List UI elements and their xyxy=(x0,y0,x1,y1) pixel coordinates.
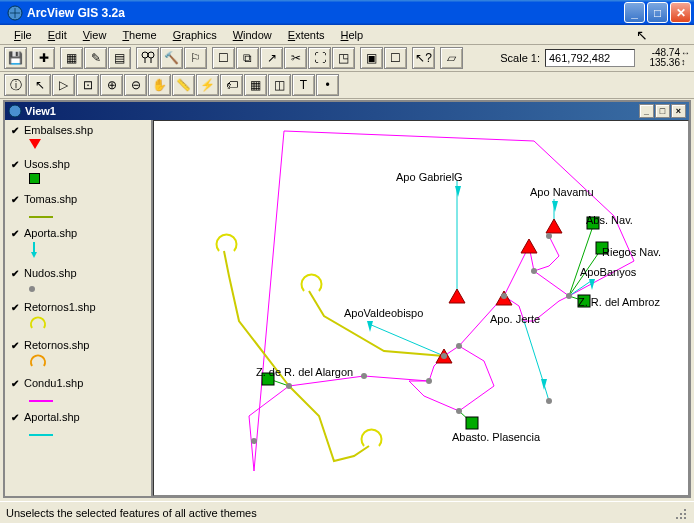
locate-button[interactable]: ⚐ xyxy=(184,47,207,69)
zoom-in-tool[interactable]: ⊡ xyxy=(76,74,99,96)
svg-point-37 xyxy=(546,233,552,239)
layer-item[interactable]: ✔ Aporta.shp xyxy=(7,226,149,264)
svg-marker-41 xyxy=(367,321,373,332)
layer-item[interactable]: ✔ Retornos1.shp xyxy=(7,300,149,336)
layer-checkmark-icon[interactable]: ✔ xyxy=(9,377,21,389)
minimize-button[interactable]: _ xyxy=(624,2,645,23)
save-button[interactable]: 💾 xyxy=(4,47,27,69)
maximize-button[interactable]: □ xyxy=(647,2,668,23)
layer-checkmark-icon[interactable]: ✔ xyxy=(9,411,21,423)
menu-file[interactable]: File xyxy=(6,27,40,43)
snap-tool[interactable]: ◫ xyxy=(268,74,291,96)
close-button[interactable]: ✕ xyxy=(670,2,691,23)
view-titlebar[interactable]: View1 _ □ × xyxy=(5,102,689,120)
statusbar-text: Unselects the selected features of all a… xyxy=(6,507,672,519)
vertex-edit-tool[interactable]: ▷ xyxy=(52,74,75,96)
svg-point-30 xyxy=(456,343,462,349)
draw-point-tool[interactable]: • xyxy=(316,74,339,96)
promote-button[interactable]: ↗ xyxy=(260,47,283,69)
clear-selection-button[interactable]: ☐ xyxy=(212,47,235,69)
menu-graphics[interactable]: Graphics xyxy=(165,27,225,43)
pan-tool[interactable]: ✋ xyxy=(148,74,171,96)
measure-tool[interactable]: 📏 xyxy=(172,74,195,96)
menu-window[interactable]: Window xyxy=(225,27,280,43)
menu-extents[interactable]: Extents xyxy=(280,27,333,43)
svg-point-1 xyxy=(142,52,148,58)
switch-selection-button[interactable]: ⧉ xyxy=(236,47,259,69)
svg-rect-48 xyxy=(680,517,682,519)
menu-help[interactable]: Help xyxy=(333,27,372,43)
join-button[interactable]: ✂ xyxy=(284,47,307,69)
window-title: ArcView GIS 3.2a xyxy=(27,6,622,20)
open-table-button[interactable]: ▤ xyxy=(108,47,131,69)
svg-rect-18 xyxy=(466,417,478,429)
query-button[interactable]: 🔨 xyxy=(160,47,183,69)
theme-props-button[interactable]: ▦ xyxy=(60,47,83,69)
layer-item[interactable]: ✔ Embalses.shp xyxy=(7,123,149,155)
view-minimize-button[interactable]: _ xyxy=(639,104,654,118)
layer-checkmark-icon[interactable]: ✔ xyxy=(9,339,21,351)
map-feature-label: Apo Navamu xyxy=(530,186,594,198)
scale-label: Scale 1: xyxy=(500,52,540,64)
layer-item[interactable]: ✔ Condu1.shp xyxy=(7,376,149,408)
svg-line-10 xyxy=(369,324,444,356)
view-title: View1 xyxy=(25,105,638,117)
layer-checkmark-icon[interactable]: ✔ xyxy=(9,227,21,239)
menu-theme[interactable]: Theme xyxy=(114,27,164,43)
table-of-contents[interactable]: ✔ Embalses.shp ✔ Usos.shp ✔ Tomas.shp ✔ … xyxy=(5,120,153,496)
zoom-active-button[interactable]: ◳ xyxy=(332,47,355,69)
layer-item[interactable]: ✔ Usos.shp xyxy=(7,157,149,190)
text-tool[interactable]: T xyxy=(292,74,315,96)
scale-input[interactable] xyxy=(545,49,635,67)
svg-rect-47 xyxy=(676,517,678,519)
layer-item[interactable]: ✔ Tomas.shp xyxy=(7,192,149,224)
label-tool[interactable]: 🏷 xyxy=(220,74,243,96)
menu-edit[interactable]: Edit xyxy=(40,27,75,43)
layer-checkmark-icon[interactable]: ✔ xyxy=(9,301,21,313)
zoom-in-button[interactable]: ⊕ xyxy=(100,74,123,96)
layer-checkmark-icon[interactable]: ✔ xyxy=(9,124,21,136)
svg-point-27 xyxy=(286,383,292,389)
view-close-button[interactable]: × xyxy=(671,104,686,118)
svg-point-38 xyxy=(441,353,447,359)
svg-marker-43 xyxy=(541,379,547,390)
toolbar-tools: ⓘ ↖ ▷ ⊡ ⊕ ⊖ ✋ 📏 ⚡ 🏷 ▦ ◫ T • xyxy=(0,72,694,99)
edit-legend-button[interactable]: ✎ xyxy=(84,47,107,69)
add-theme-button[interactable]: ✚ xyxy=(32,47,55,69)
map-canvas[interactable]: Apo GabrielGApo NavamuAbs. Nav.Riegos Na… xyxy=(153,120,689,496)
select-features-button[interactable]: ▣ xyxy=(360,47,383,69)
zoom-full-button[interactable]: ⛶ xyxy=(308,47,331,69)
layer-checkmark-icon[interactable]: ✔ xyxy=(9,193,21,205)
svg-marker-39 xyxy=(455,186,461,197)
hotlink-tool[interactable]: ⚡ xyxy=(196,74,219,96)
zoom-out-button[interactable]: ⊖ xyxy=(124,74,147,96)
layer-symbol xyxy=(7,352,149,374)
layer-item[interactable]: ✔ Nudos.shp xyxy=(7,266,149,298)
layer-item[interactable]: ✔ Aportal.shp xyxy=(7,410,149,442)
svg-point-33 xyxy=(566,293,572,299)
pointer-tool[interactable]: ↖ xyxy=(28,74,51,96)
help-pointer-button[interactable]: ↖? xyxy=(412,47,435,69)
layer-name: Embalses.shp xyxy=(24,124,93,136)
unselect-button[interactable]: ☐ xyxy=(384,47,407,69)
identify-tool[interactable]: ⓘ xyxy=(4,74,27,96)
view-maximize-button[interactable]: □ xyxy=(655,104,670,118)
svg-point-5 xyxy=(9,105,21,117)
resize-grip[interactable] xyxy=(672,505,688,521)
layout-button[interactable]: ▱ xyxy=(440,47,463,69)
layer-symbol xyxy=(7,314,149,336)
layer-item[interactable]: ✔ Retornos.shp xyxy=(7,338,149,374)
layer-checkmark-icon[interactable]: ✔ xyxy=(9,267,21,279)
aoi-tool[interactable]: ▦ xyxy=(244,74,267,96)
menu-view[interactable]: View xyxy=(75,27,115,43)
statusbar: Unselects the selected features of all a… xyxy=(0,501,694,523)
find-button[interactable] xyxy=(136,47,159,69)
layer-symbol xyxy=(7,280,149,298)
map-feature-label: ApoBanyos xyxy=(580,266,636,278)
layer-checkmark-icon[interactable]: ✔ xyxy=(9,158,21,170)
svg-point-2 xyxy=(148,52,154,58)
svg-marker-26 xyxy=(546,219,562,233)
map-feature-label: Abs. Nav. xyxy=(586,214,633,226)
view-icon xyxy=(8,104,22,118)
coord-arrows: ↔↕ xyxy=(681,49,690,67)
